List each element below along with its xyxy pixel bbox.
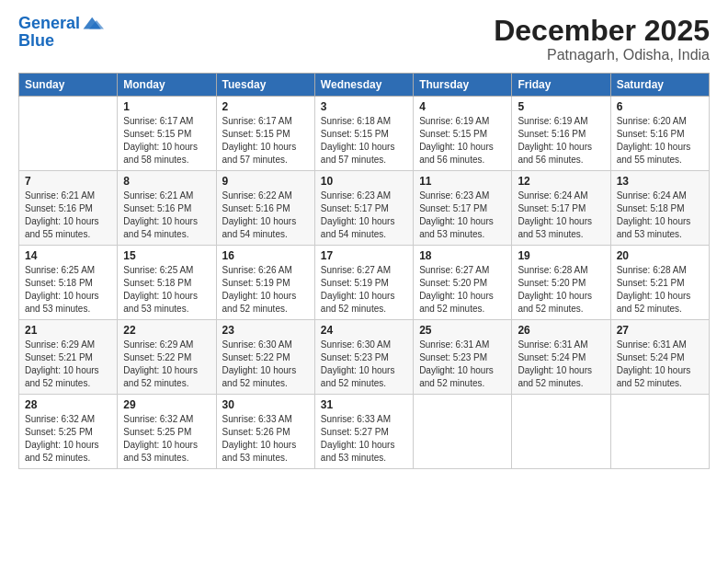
day-number: 12 [518,175,604,188]
header-row: Sunday Monday Tuesday Wednesday Thursday… [19,74,710,97]
col-sunday: Sunday [19,74,118,97]
cell-w2-d6: 20Sunrise: 6:28 AMSunset: 5:21 PMDayligh… [610,246,709,320]
day-number: 7 [25,175,111,188]
cell-w3-d0: 21Sunrise: 6:29 AMSunset: 5:21 PMDayligh… [19,320,118,395]
cell-text: Sunrise: 6:20 AMSunset: 5:16 PMDaylight:… [617,116,691,165]
logo-icon [82,15,104,33]
day-number: 3 [321,100,407,113]
cell-text: Sunrise: 6:32 AMSunset: 5:25 PMDaylight:… [123,414,198,463]
day-number: 2 [222,100,309,113]
cell-text: Sunrise: 6:17 AMSunset: 5:15 PMDaylight:… [123,116,198,165]
col-tuesday: Tuesday [216,74,314,97]
cell-text: Sunrise: 6:27 AMSunset: 5:20 PMDaylight:… [419,265,494,314]
day-number: 29 [123,398,210,411]
cell-text: Sunrise: 6:31 AMSunset: 5:23 PMDaylight:… [419,339,494,388]
day-number: 18 [419,249,506,262]
cell-w4-d1: 29Sunrise: 6:32 AMSunset: 5:25 PMDayligh… [118,395,216,469]
cell-text: Sunrise: 6:21 AMSunset: 5:16 PMDaylight:… [25,190,99,239]
day-number: 13 [617,175,703,188]
cell-w4-d0: 28Sunrise: 6:32 AMSunset: 5:25 PMDayligh… [19,395,118,469]
cell-text: Sunrise: 6:32 AMSunset: 5:25 PMDaylight:… [25,414,99,463]
day-number: 26 [518,324,604,337]
cell-w4-d3: 31Sunrise: 6:33 AMSunset: 5:27 PMDayligh… [314,395,413,469]
day-number: 28 [25,398,111,411]
cell-w3-d2: 23Sunrise: 6:30 AMSunset: 5:22 PMDayligh… [216,320,314,395]
cell-w3-d3: 24Sunrise: 6:30 AMSunset: 5:23 PMDayligh… [314,320,413,395]
week-row-2: 14Sunrise: 6:25 AMSunset: 5:18 PMDayligh… [19,246,710,320]
day-number: 20 [617,249,703,262]
cell-w0-d0 [19,97,118,171]
day-number: 5 [518,100,604,113]
col-friday: Friday [512,74,610,97]
cell-w2-d0: 14Sunrise: 6:25 AMSunset: 5:18 PMDayligh… [19,246,118,320]
cell-text: Sunrise: 6:27 AMSunset: 5:19 PMDaylight:… [321,265,395,314]
cell-text: Sunrise: 6:24 AMSunset: 5:18 PMDaylight:… [617,190,691,239]
day-number: 17 [321,249,407,262]
day-number: 27 [617,324,703,337]
day-number: 30 [222,398,309,411]
cell-text: Sunrise: 6:33 AMSunset: 5:26 PMDaylight:… [222,414,297,463]
day-number: 1 [123,100,210,113]
cell-text: Sunrise: 6:24 AMSunset: 5:17 PMDaylight:… [518,190,592,239]
cell-text: Sunrise: 6:17 AMSunset: 5:15 PMDaylight:… [222,116,297,165]
page: General Blue December 2025 Patnagarh, Od… [0,0,728,563]
cell-w1-d1: 8Sunrise: 6:21 AMSunset: 5:16 PMDaylight… [118,171,216,246]
cell-text: Sunrise: 6:25 AMSunset: 5:18 PMDaylight:… [25,265,99,314]
day-number: 21 [25,324,111,337]
day-number: 31 [321,398,407,411]
day-number: 8 [123,175,210,188]
cell-w0-d6: 6Sunrise: 6:20 AMSunset: 5:16 PMDaylight… [610,97,709,171]
day-number: 19 [518,249,604,262]
cell-w4-d5 [512,395,610,469]
calendar-table: Sunday Monday Tuesday Wednesday Thursday… [18,73,710,469]
cell-w1-d2: 9Sunrise: 6:22 AMSunset: 5:16 PMDaylight… [216,171,314,246]
cell-w0-d3: 3Sunrise: 6:18 AMSunset: 5:15 PMDaylight… [314,97,413,171]
cell-text: Sunrise: 6:31 AMSunset: 5:24 PMDaylight:… [518,339,592,388]
cell-w0-d4: 4Sunrise: 6:19 AMSunset: 5:15 PMDaylight… [414,97,512,171]
day-number: 11 [419,175,506,188]
cell-text: Sunrise: 6:31 AMSunset: 5:24 PMDaylight:… [617,339,691,388]
day-number: 24 [321,324,407,337]
cell-w4-d2: 30Sunrise: 6:33 AMSunset: 5:26 PMDayligh… [216,395,314,469]
day-number: 10 [321,175,407,188]
title-block: December 2025 Patnagarh, Odisha, India [494,15,710,63]
cell-w4-d6 [610,395,709,469]
cell-text: Sunrise: 6:23 AMSunset: 5:17 PMDaylight:… [419,190,494,239]
cell-w3-d4: 25Sunrise: 6:31 AMSunset: 5:23 PMDayligh… [414,320,512,395]
week-row-0: 1Sunrise: 6:17 AMSunset: 5:15 PMDaylight… [19,97,710,171]
col-saturday: Saturday [610,74,709,97]
calendar-subtitle: Patnagarh, Odisha, India [494,47,710,63]
cell-text: Sunrise: 6:19 AMSunset: 5:15 PMDaylight:… [419,116,494,165]
day-number: 15 [123,249,210,262]
cell-text: Sunrise: 6:23 AMSunset: 5:17 PMDaylight:… [321,190,395,239]
week-row-3: 21Sunrise: 6:29 AMSunset: 5:21 PMDayligh… [19,320,710,395]
cell-w3-d5: 26Sunrise: 6:31 AMSunset: 5:24 PMDayligh… [512,320,610,395]
cell-text: Sunrise: 6:30 AMSunset: 5:23 PMDaylight:… [321,339,395,388]
day-number: 22 [123,324,210,337]
col-wednesday: Wednesday [314,74,413,97]
cell-text: Sunrise: 6:28 AMSunset: 5:21 PMDaylight:… [617,265,691,314]
cell-w4-d4 [414,395,512,469]
day-number: 25 [419,324,506,337]
cell-text: Sunrise: 6:21 AMSunset: 5:16 PMDaylight:… [123,190,198,239]
day-number: 16 [222,249,309,262]
cell-w0-d2: 2Sunrise: 6:17 AMSunset: 5:15 PMDaylight… [216,97,314,171]
cell-text: Sunrise: 6:19 AMSunset: 5:16 PMDaylight:… [518,116,592,165]
logo-line2: Blue [18,31,104,51]
week-row-1: 7Sunrise: 6:21 AMSunset: 5:16 PMDaylight… [19,171,710,246]
cell-text: Sunrise: 6:28 AMSunset: 5:20 PMDaylight:… [518,265,592,314]
cell-w1-d4: 11Sunrise: 6:23 AMSunset: 5:17 PMDayligh… [414,171,512,246]
cell-w1-d0: 7Sunrise: 6:21 AMSunset: 5:16 PMDaylight… [19,171,118,246]
cell-w0-d5: 5Sunrise: 6:19 AMSunset: 5:16 PMDaylight… [512,97,610,171]
cell-text: Sunrise: 6:22 AMSunset: 5:16 PMDaylight:… [222,190,297,239]
day-number: 6 [617,100,703,113]
cell-w2-d3: 17Sunrise: 6:27 AMSunset: 5:19 PMDayligh… [314,246,413,320]
cell-w1-d3: 10Sunrise: 6:23 AMSunset: 5:17 PMDayligh… [314,171,413,246]
cell-w1-d6: 13Sunrise: 6:24 AMSunset: 5:18 PMDayligh… [610,171,709,246]
cell-w2-d5: 19Sunrise: 6:28 AMSunset: 5:20 PMDayligh… [512,246,610,320]
day-number: 9 [222,175,309,188]
cell-w3-d6: 27Sunrise: 6:31 AMSunset: 5:24 PMDayligh… [610,320,709,395]
header: General Blue December 2025 Patnagarh, Od… [18,15,710,63]
cell-text: Sunrise: 6:30 AMSunset: 5:22 PMDaylight:… [222,339,297,388]
cell-text: Sunrise: 6:18 AMSunset: 5:15 PMDaylight:… [321,116,395,165]
